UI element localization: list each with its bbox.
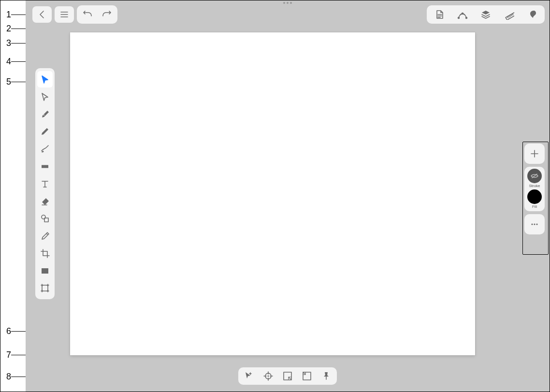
tool-transform[interactable] xyxy=(37,210,53,227)
text-icon xyxy=(40,179,50,189)
path-button[interactable] xyxy=(451,6,474,23)
top-left-controls xyxy=(32,5,117,24)
fill-swatch[interactable] xyxy=(527,189,542,204)
actual-size-icon xyxy=(302,371,312,381)
menu-button[interactable] xyxy=(55,6,74,23)
layers-button[interactable] xyxy=(474,6,497,23)
rect-icon xyxy=(40,266,50,276)
tool-palette xyxy=(35,68,55,299)
add-style-button[interactable] xyxy=(524,144,545,164)
ctx-actual-size[interactable] xyxy=(297,368,317,384)
tool-select[interactable] xyxy=(37,71,53,87)
brush-stroke-icon xyxy=(40,144,50,154)
pencil-icon xyxy=(40,127,50,136)
context-bar xyxy=(238,367,337,385)
callout-8: 8 xyxy=(0,372,11,382)
target-icon xyxy=(263,371,274,381)
ctx-edit-select[interactable] xyxy=(239,368,259,384)
back-button[interactable] xyxy=(32,6,52,23)
stroke-label: Stroke xyxy=(529,184,540,188)
tool-pencil[interactable] xyxy=(37,123,53,140)
stroke-fill-stack: Stroke Fill xyxy=(524,167,545,211)
more-icon xyxy=(530,219,539,229)
tool-rectangle[interactable] xyxy=(37,262,53,279)
tool-brush[interactable] xyxy=(37,141,53,157)
fit-screen-icon xyxy=(282,371,293,381)
layers-icon xyxy=(480,9,491,20)
svg-point-4 xyxy=(43,115,44,116)
ctx-pin[interactable] xyxy=(317,368,336,384)
arrow-cursor-icon xyxy=(40,74,50,84)
crop-icon xyxy=(40,248,50,258)
no-stroke-icon xyxy=(530,171,539,181)
svg-rect-9 xyxy=(42,285,48,291)
tool-direct-select[interactable] xyxy=(37,88,53,105)
svg-point-14 xyxy=(268,376,269,377)
figure-frame: 1 2 3 4 5 6 7 8 xyxy=(0,0,550,392)
callout-5: 5 xyxy=(0,77,11,87)
hamburger-icon xyxy=(59,9,70,20)
chevron-left-icon xyxy=(37,9,47,20)
svg-point-10 xyxy=(531,223,533,225)
callout-1: 1 xyxy=(0,10,11,20)
eyedropper-icon xyxy=(40,231,50,241)
callout-3: 3 xyxy=(0,38,11,48)
artboard-icon xyxy=(40,283,50,293)
shape-tool-icon xyxy=(40,161,50,171)
brush-panel-button[interactable] xyxy=(521,6,544,23)
stroke-swatch[interactable] xyxy=(527,169,542,183)
document-button[interactable] xyxy=(428,6,451,23)
callout-7: 7 xyxy=(0,350,11,360)
svg-rect-5 xyxy=(42,165,48,168)
eraser-icon xyxy=(40,196,50,206)
tool-eyedropper[interactable] xyxy=(37,228,53,244)
undo-icon xyxy=(82,9,93,20)
tool-shape[interactable] xyxy=(37,158,53,174)
undo-redo-group xyxy=(77,5,117,24)
ruler-icon xyxy=(504,9,514,20)
redo-icon xyxy=(101,9,112,20)
tool-crop[interactable] xyxy=(37,245,53,261)
ctx-fit-screen[interactable] xyxy=(278,368,297,384)
callout-6: 6 xyxy=(0,326,11,336)
app-surface: Stroke Fill xyxy=(26,0,550,392)
brush-panel-icon xyxy=(527,9,537,20)
hollow-arrow-icon xyxy=(40,92,50,102)
tool-artboard[interactable] xyxy=(37,280,53,296)
style-more-button[interactable] xyxy=(524,214,545,234)
style-panel: Stroke Fill xyxy=(523,144,546,234)
canvas[interactable] xyxy=(70,32,475,355)
svg-point-12 xyxy=(536,223,537,225)
pin-icon xyxy=(321,371,332,381)
transform-icon xyxy=(40,214,50,223)
callout-gutter: 1 2 3 4 5 6 7 8 xyxy=(0,0,20,392)
window-grip[interactable] xyxy=(283,2,292,4)
path-icon xyxy=(457,9,468,20)
svg-rect-8 xyxy=(42,268,48,274)
pen-nib-icon xyxy=(40,109,50,119)
top-right-controls xyxy=(427,5,545,24)
redo-button[interactable] xyxy=(97,6,116,23)
tool-eraser[interactable] xyxy=(37,193,53,209)
cursor-plus-icon xyxy=(244,371,254,381)
ctx-precision[interactable] xyxy=(259,368,278,384)
plus-icon xyxy=(530,149,539,159)
fill-label: Fill xyxy=(532,204,537,209)
ruler-button[interactable] xyxy=(497,6,521,23)
undo-button[interactable] xyxy=(78,6,97,23)
svg-point-11 xyxy=(534,223,535,225)
tool-pen[interactable] xyxy=(37,106,53,122)
callout-4: 4 xyxy=(0,57,11,67)
callout-2: 2 xyxy=(0,24,11,34)
document-icon xyxy=(434,9,445,20)
tool-text[interactable] xyxy=(37,175,53,192)
